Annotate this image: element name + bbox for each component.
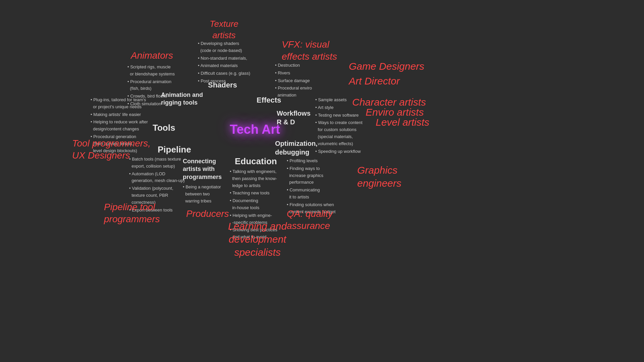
vfx-bullets: Destruction Rivers Surface damage Proced… [275, 62, 312, 100]
connecting-label: Connectingartists withprogrammers [183, 158, 222, 181]
level-artists-title: Level artists [376, 116, 429, 129]
workflows-label: WorkflowsR & D [277, 109, 311, 126]
animators-title: Animators [131, 50, 173, 62]
connecting-bullets: Being a negotiator between two warring t… [183, 184, 221, 205]
optimization-label: Optimization,debugging [275, 139, 318, 157]
tools-label: Tools [153, 122, 175, 134]
qa-title: QA: qualityassurance [287, 208, 333, 232]
vfx-title: VFX: visualeffects artists [282, 39, 337, 63]
producers-title: Producers [186, 208, 229, 220]
art-director-title: Art Director [349, 74, 400, 87]
texture-bullets: Developing shaders (code or node-based) … [198, 40, 250, 85]
pipeline-label: Pipeline [158, 144, 191, 156]
texture-artists-section: Textureartists [210, 18, 238, 41]
education-label: Education [235, 156, 277, 167]
effects-label: Effects [257, 96, 281, 105]
texture-artists-title: Textureartists [210, 18, 238, 41]
animation-rigging-label: Animation andrigging tools [161, 91, 203, 107]
graphics-engineers-title: Graphicsengineers [357, 164, 401, 190]
optimization-bullets: Profiling levels Finding ways to increas… [287, 158, 335, 216]
pipeline-tool-programmers-title: Pipeline toolprogrammers [104, 201, 160, 226]
learning-title: Learning anddevelopmentspecialists [228, 220, 287, 259]
game-designers-title: Game Designers [349, 60, 424, 73]
